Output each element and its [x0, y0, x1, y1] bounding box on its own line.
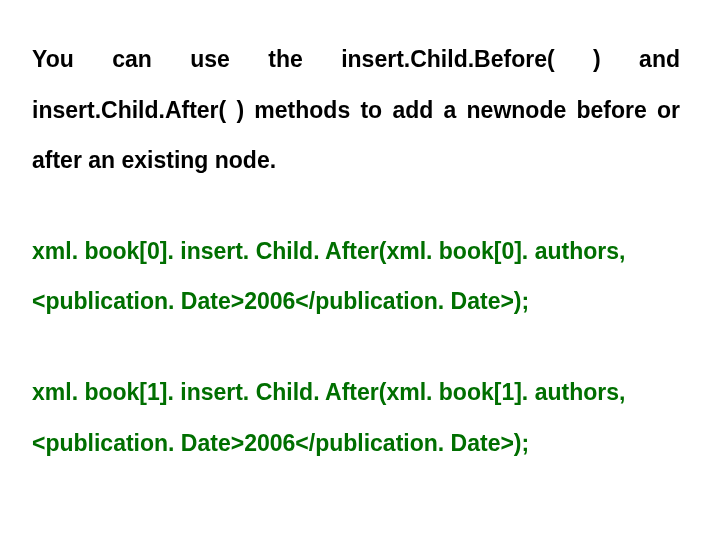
code-block-2: xml. book[1]. insert. Child. After(xml. …: [32, 367, 680, 468]
intro-text: You can use the insert.Child.Before( ) a…: [32, 46, 680, 173]
code1-line1: xml. book[0]. insert. Child. After(xml. …: [32, 238, 625, 264]
code-block-1: xml. book[0]. insert. Child. After(xml. …: [32, 226, 680, 327]
intro-paragraph: You can use the insert.Child.Before( ) a…: [32, 34, 680, 186]
code2-line2: <publication. Date>2006</publication. Da…: [32, 430, 529, 456]
code2-line1: xml. book[1]. insert. Child. After(xml. …: [32, 379, 625, 405]
document-page: You can use the insert.Child.Before( ) a…: [0, 0, 720, 468]
code1-line2: <publication. Date>2006</publication. Da…: [32, 288, 529, 314]
